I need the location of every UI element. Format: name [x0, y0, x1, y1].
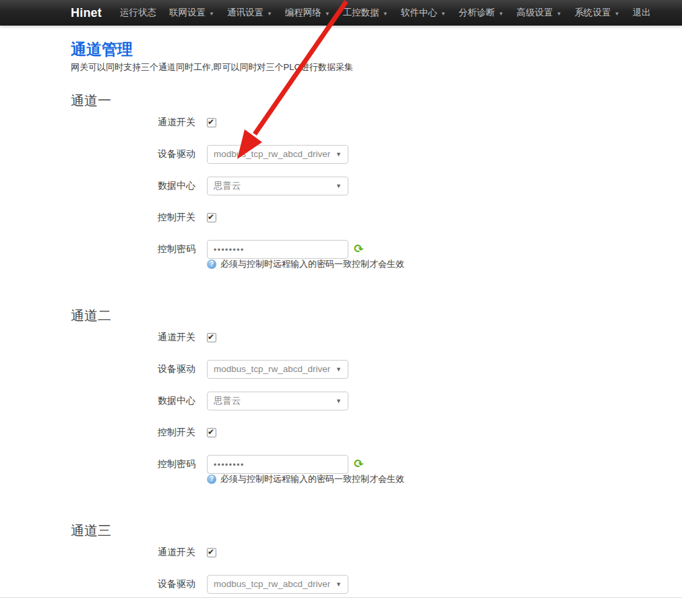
nav-item-industrial-data[interactable]: 工控数据▼: [343, 7, 388, 19]
channel-switch-label: 通道开关: [71, 547, 207, 559]
channel-1-device-driver-select[interactable]: modbus_tcp_rw_abcd_driver ▼: [207, 145, 348, 164]
nav-item-network-settings[interactable]: 联网设置▼: [169, 7, 214, 19]
chevron-down-icon: ▼: [336, 152, 342, 158]
data-center-label: 数据中心: [71, 180, 207, 192]
nav-item-system-settings[interactable]: 系统设置▼: [574, 7, 619, 19]
chevron-down-icon: ▼: [557, 11, 562, 17]
control-switch-label: 控制开关: [71, 427, 207, 439]
select-value: modbus_tcp_rw_abcd_driver: [214, 149, 330, 159]
password-help-text: 必须与控制时远程输入的密码一致控制才会生效: [220, 473, 404, 485]
chevron-down-icon: ▼: [209, 11, 214, 17]
channel-2-control-switch-row: 控制开关: [71, 417, 682, 448]
channel-2-switch-checkbox[interactable]: [207, 333, 216, 342]
nav-item-analysis-diagnosis[interactable]: 分析诊断▼: [459, 7, 504, 19]
brand-logo[interactable]: Hinet: [71, 6, 102, 20]
chevron-down-icon: ▼: [336, 582, 342, 588]
chevron-down-icon: ▼: [267, 11, 272, 17]
channel-1-control-password-input[interactable]: ••••••••: [207, 240, 348, 259]
channel-3-switch-checkbox[interactable]: [207, 548, 216, 557]
channel-2-control-switch-checkbox[interactable]: [207, 428, 216, 437]
nav-item-running-status[interactable]: 运行状态: [120, 7, 156, 19]
refresh-icon[interactable]: ⟳: [352, 457, 365, 470]
nav-item-software-center[interactable]: 软件中心▼: [401, 7, 446, 19]
channel-2-password-help: ? 必须与控制时远程输入的密码一致控制才会生效: [71, 474, 682, 485]
data-center-label: 数据中心: [71, 395, 207, 407]
chevron-down-icon: ▼: [499, 11, 504, 17]
chevron-down-icon: ▼: [336, 183, 342, 189]
chevron-down-icon: ▼: [441, 11, 446, 17]
chevron-down-icon: ▼: [336, 367, 342, 373]
channel-switch-label: 通道开关: [71, 332, 207, 344]
nav-item-label: 运行状态: [120, 7, 156, 19]
chevron-down-icon: ▼: [383, 11, 388, 17]
channel-1-control-switch-row: 控制开关: [71, 202, 682, 233]
nav-item-label: 工控数据: [343, 7, 379, 19]
select-value: 思普云: [214, 180, 241, 192]
control-password-label: 控制密码: [71, 243, 207, 255]
channel-1-password-help: ? 必须与控制时远程输入的密码一致控制才会生效: [71, 259, 682, 270]
chevron-down-icon: ▼: [336, 398, 342, 404]
channel-3-title: 通道三: [71, 524, 682, 538]
channel-2-title: 通道二: [71, 309, 682, 323]
select-value: 思普云: [214, 395, 241, 407]
control-switch-label: 控制开关: [71, 212, 207, 224]
nav-item-label: 软件中心: [401, 7, 437, 19]
select-value: modbus_tcp_rw_abcd_driver: [214, 579, 330, 589]
page-title: 通道管理: [71, 40, 682, 58]
device-driver-label: 设备驱动: [71, 363, 207, 375]
nav-item-label: 联网设置: [169, 7, 206, 19]
nav-item-label: 通讯设置: [227, 7, 264, 19]
device-driver-label: 设备驱动: [71, 148, 207, 160]
control-password-label: 控制密码: [71, 458, 207, 470]
channel-switch-label: 通道开关: [71, 117, 207, 129]
channel-2-datacenter-row: 数据中心 思普云 ▼: [71, 385, 682, 417]
channel-2-control-password-input[interactable]: ••••••••: [207, 455, 348, 474]
main-content: 通道管理 网关可以同时支持三个通道同时工作,即可以同时对三个PLC进行数据采集 …: [0, 26, 682, 600]
channel-1-control-switch-checkbox[interactable]: [207, 213, 216, 222]
channel-1-data-center-select[interactable]: 思普云 ▼: [207, 177, 348, 195]
channel-1-switch-row: 通道开关: [71, 106, 682, 138]
nav-item-label: 编程网络: [285, 7, 321, 19]
channel-2-driver-row: 设备驱动 modbus_tcp_rw_abcd_driver ▼: [71, 353, 682, 385]
chevron-down-icon: ▼: [614, 11, 619, 17]
nav-item-label: 系统设置: [574, 7, 611, 19]
nav-item-label: 分析诊断: [459, 7, 495, 19]
select-value: modbus_tcp_rw_abcd_driver: [214, 364, 330, 374]
nav-item-advanced-settings[interactable]: 高级设置▼: [517, 7, 562, 19]
channel-3-device-driver-select[interactable]: modbus_tcp_rw_abcd_driver ▼: [207, 575, 348, 594]
channel-2-device-driver-select[interactable]: modbus_tcp_rw_abcd_driver ▼: [207, 360, 348, 379]
nav-item-label: 退出: [632, 7, 650, 19]
help-icon: ?: [207, 474, 216, 484]
channel-2-data-center-select[interactable]: 思普云 ▼: [207, 392, 348, 410]
channel-1-title: 通道一: [71, 94, 682, 108]
channel-3-section: 通道三 通道开关 设备驱动 modbus_tcp_rw_abcd_driver …: [71, 524, 682, 600]
device-driver-label: 设备驱动: [71, 578, 207, 590]
channel-2-section: 通道二 通道开关 设备驱动 modbus_tcp_rw_abcd_driver …: [71, 309, 682, 485]
channel-1-driver-row: 设备驱动 modbus_tcp_rw_abcd_driver ▼: [71, 138, 682, 170]
page-subtitle: 网关可以同时支持三个通道同时工作,即可以同时对三个PLC进行数据采集: [71, 62, 682, 72]
channel-1-section: 通道一 通道开关 设备驱动 modbus_tcp_rw_abcd_driver …: [71, 94, 682, 270]
nav-item-logout[interactable]: 退出: [632, 7, 650, 19]
channel-1-datacenter-row: 数据中心 思普云 ▼: [71, 170, 682, 202]
refresh-icon[interactable]: ⟳: [352, 242, 365, 255]
nav-item-programming-network[interactable]: 编程网络▼: [285, 7, 330, 19]
channel-2-switch-row: 通道开关: [71, 321, 682, 353]
password-help-text: 必须与控制时远程输入的密码一致控制才会生效: [220, 258, 404, 270]
top-navbar: Hinet 运行状态 联网设置▼ 通讯设置▼ 编程网络▼ 工控数据▼ 软件中心▼…: [0, 0, 682, 26]
channel-3-switch-row: 通道开关: [71, 536, 682, 568]
channel-1-switch-checkbox[interactable]: [207, 118, 216, 127]
channel-3-driver-row: 设备驱动 modbus_tcp_rw_abcd_driver ▼: [71, 568, 682, 600]
nav-item-label: 高级设置: [517, 7, 553, 19]
nav-item-comm-settings[interactable]: 通讯设置▼: [227, 7, 272, 19]
help-icon: ?: [207, 259, 216, 269]
chevron-down-icon: ▼: [325, 11, 330, 17]
